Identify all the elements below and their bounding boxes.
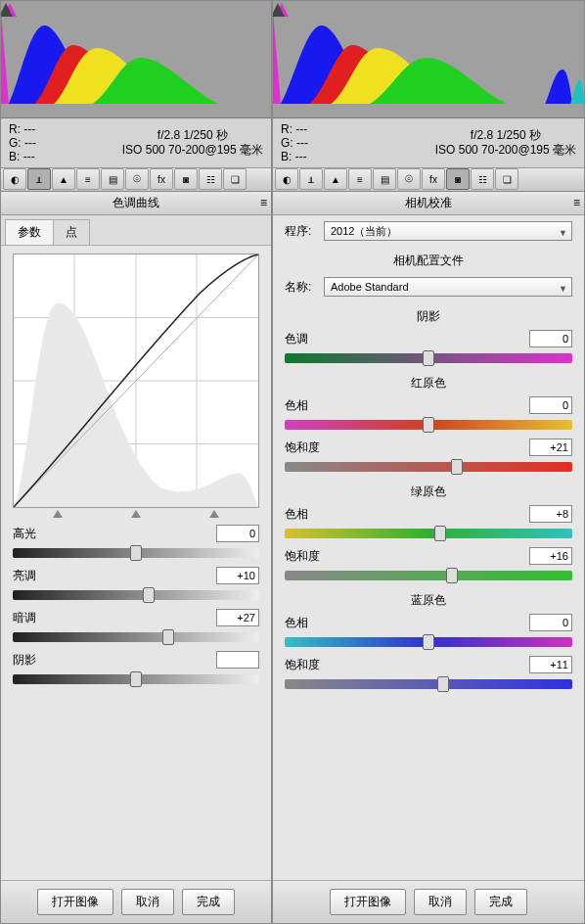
shadows-hue-slider[interactable] bbox=[285, 353, 572, 363]
footer-buttons: 打开图像 取消 完成 bbox=[273, 880, 584, 923]
calibration-content: 程序: 2012（当前） 相机配置文件 名称: Adobe Standard 阴… bbox=[273, 215, 584, 880]
lights-input[interactable] bbox=[216, 567, 259, 584]
tool-curve-icon[interactable]: ⫫ bbox=[27, 168, 51, 190]
tool-curve-icon[interactable]: ⫫ bbox=[299, 168, 323, 190]
done-button[interactable]: 完成 bbox=[474, 889, 527, 915]
tool-calibration-icon[interactable]: ◙ bbox=[446, 168, 470, 190]
darks-slider[interactable] bbox=[13, 632, 259, 642]
tool-basic-icon[interactable]: ◐ bbox=[275, 168, 298, 190]
meta-r: R: --- bbox=[9, 122, 36, 136]
shadows-hue-input[interactable] bbox=[529, 330, 572, 347]
histogram bbox=[1, 1, 271, 104]
meta-exposure: f/2.8 1/250 秒 bbox=[122, 128, 263, 143]
histogram bbox=[273, 1, 584, 104]
tool-split-icon[interactable]: ▤ bbox=[101, 168, 124, 190]
toolbar: ◐ ⫫ ▲ ≡ ▤ ⦾ fx ◙ ☷ ❏ bbox=[273, 168, 584, 192]
meta-r: R: --- bbox=[281, 122, 308, 136]
green-hue-label: 色相 bbox=[285, 506, 326, 523]
tab-parametric[interactable]: 参数 bbox=[5, 219, 54, 245]
lights-label: 亮调 bbox=[13, 568, 54, 584]
done-button[interactable]: 完成 bbox=[182, 889, 235, 915]
menu-icon[interactable]: ≡ bbox=[260, 196, 267, 209]
tool-fx-icon[interactable]: fx bbox=[422, 168, 445, 190]
meta-g: G: --- bbox=[281, 136, 308, 150]
lights-slider[interactable] bbox=[13, 590, 259, 600]
svg-marker-10 bbox=[273, 3, 285, 17]
camera-calibration-panel: 思缘设计论坛 WWW.MISSYUAN.COM R: --- G: --- B:… bbox=[272, 0, 585, 924]
red-sat-slider[interactable] bbox=[285, 462, 572, 472]
tone-curve-panel: R: --- G: --- B: --- f/2.8 1/250 秒 ISO 5… bbox=[0, 0, 272, 924]
histogram-section bbox=[273, 1, 584, 118]
section-title: 相机校准 ≡ bbox=[273, 192, 584, 215]
tool-snapshot-icon[interactable]: ❏ bbox=[223, 168, 247, 190]
red-sat-label: 饱和度 bbox=[285, 439, 326, 456]
shadows-hue-label: 色调 bbox=[285, 331, 326, 347]
tool-basic-icon[interactable]: ◐ bbox=[3, 168, 26, 190]
meta-exposure: f/2.8 1/250 秒 bbox=[435, 128, 576, 143]
tool-detail-icon[interactable]: ▲ bbox=[52, 168, 75, 190]
tab-point[interactable]: 点 bbox=[53, 219, 90, 245]
shadows-section-title: 阴影 bbox=[273, 302, 584, 327]
highlights-slider[interactable] bbox=[13, 548, 259, 558]
section-title: 色调曲线 ≡ bbox=[1, 192, 271, 215]
green-section-title: 绿原色 bbox=[273, 478, 584, 502]
menu-icon[interactable]: ≡ bbox=[573, 196, 580, 209]
profile-section-title: 相机配置文件 bbox=[273, 247, 584, 271]
metadata-row: R: --- G: --- B: --- f/2.8 1/250 秒 ISO 5… bbox=[273, 118, 584, 168]
cancel-button[interactable]: 取消 bbox=[121, 889, 174, 915]
shadows-input[interactable] bbox=[216, 651, 259, 669]
highlights-input[interactable] bbox=[216, 525, 259, 542]
metadata-row: R: --- G: --- B: --- f/2.8 1/250 秒 ISO 5… bbox=[1, 118, 271, 168]
tool-fx-icon[interactable]: fx bbox=[150, 168, 173, 190]
clip-warning-right[interactable] bbox=[1, 3, 269, 104]
blue-section-title: 蓝原色 bbox=[273, 586, 584, 611]
tool-split-icon[interactable]: ▤ bbox=[373, 168, 396, 190]
tool-detail-icon[interactable]: ▲ bbox=[324, 168, 347, 190]
green-sat-slider[interactable] bbox=[285, 571, 572, 580]
clip-warning-right[interactable] bbox=[273, 3, 582, 104]
tool-lens-icon[interactable]: ⦾ bbox=[125, 168, 149, 190]
blue-sat-slider[interactable] bbox=[285, 679, 572, 689]
tool-hsl-icon[interactable]: ≡ bbox=[76, 168, 100, 190]
green-hue-input[interactable] bbox=[529, 505, 572, 523]
histogram-section bbox=[1, 1, 271, 118]
profile-label: 名称: bbox=[285, 279, 324, 296]
red-hue-label: 色相 bbox=[285, 397, 326, 414]
footer-buttons: 打开图像 取消 完成 bbox=[1, 880, 271, 923]
darks-input[interactable] bbox=[216, 609, 259, 626]
red-hue-input[interactable] bbox=[529, 396, 572, 414]
tool-calibration-icon[interactable]: ◙ bbox=[174, 168, 198, 190]
meta-iso: ISO 500 70-200@195 毫米 bbox=[122, 143, 263, 158]
tool-presets-icon[interactable]: ☷ bbox=[199, 168, 222, 190]
meta-b: B: --- bbox=[9, 150, 36, 163]
cancel-button[interactable]: 取消 bbox=[414, 889, 467, 915]
meta-g: G: --- bbox=[9, 136, 36, 150]
red-sat-input[interactable] bbox=[529, 439, 572, 456]
green-hue-slider[interactable] bbox=[285, 529, 572, 538]
tool-hsl-icon[interactable]: ≡ bbox=[348, 168, 372, 190]
highlights-label: 高光 bbox=[13, 526, 54, 542]
shadows-slider[interactable] bbox=[13, 674, 259, 684]
tone-curve-graph[interactable] bbox=[13, 254, 259, 508]
svg-marker-1 bbox=[1, 3, 13, 17]
blue-sat-label: 饱和度 bbox=[285, 657, 326, 673]
open-image-button[interactable]: 打开图像 bbox=[37, 889, 113, 915]
meta-iso: ISO 500 70-200@195 毫米 bbox=[435, 143, 576, 158]
blue-hue-input[interactable] bbox=[529, 614, 572, 631]
blue-hue-slider[interactable] bbox=[285, 637, 572, 647]
red-hue-slider[interactable] bbox=[285, 420, 572, 430]
process-select[interactable]: 2012（当前） bbox=[324, 221, 572, 241]
green-sat-label: 饱和度 bbox=[285, 548, 326, 565]
curve-region-handles[interactable] bbox=[1, 510, 271, 518]
darks-label: 暗调 bbox=[13, 610, 54, 626]
blue-sat-input[interactable] bbox=[529, 656, 572, 673]
profile-select[interactable]: Adobe Standard bbox=[324, 277, 572, 297]
green-sat-input[interactable] bbox=[529, 547, 572, 565]
process-label: 程序: bbox=[285, 223, 324, 240]
tool-snapshot-icon[interactable]: ❏ bbox=[495, 168, 518, 190]
tool-presets-icon[interactable]: ☷ bbox=[471, 168, 494, 190]
tool-lens-icon[interactable]: ⦾ bbox=[397, 168, 421, 190]
blue-hue-label: 色相 bbox=[285, 615, 326, 631]
curve-content: 高光 亮调 暗调 阴影 bbox=[1, 246, 271, 880]
open-image-button[interactable]: 打开图像 bbox=[330, 889, 406, 915]
